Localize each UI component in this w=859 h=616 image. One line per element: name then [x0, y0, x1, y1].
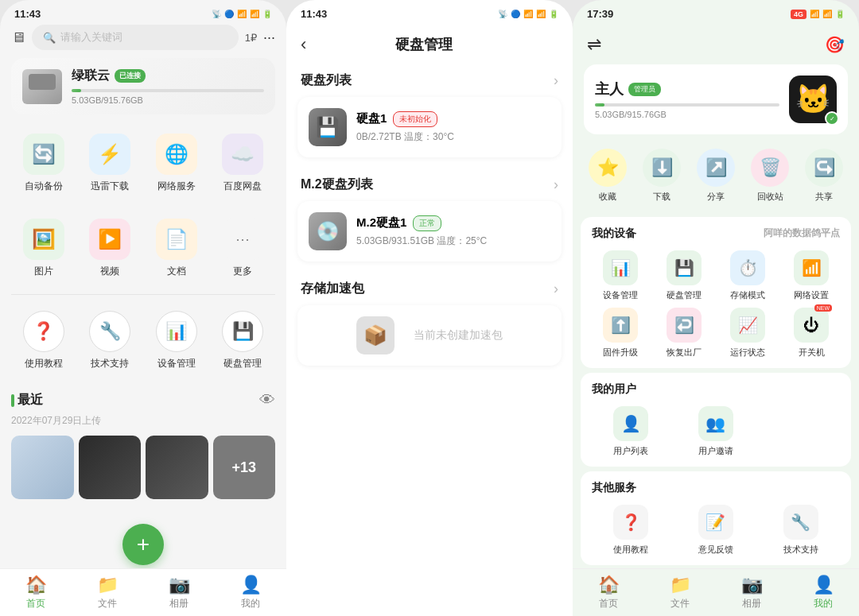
icon-baidu-pan[interactable]: ☁️ 百度网盘	[211, 126, 276, 201]
photo-thumb-3[interactable]	[146, 436, 208, 499]
user-invite-item[interactable]: 👥 用户邀请	[677, 406, 756, 457]
icon-auto-backup-circle: 🔄	[23, 134, 64, 175]
right-header: ⇌ 🎯	[573, 25, 859, 61]
tool-disk-mgmt[interactable]: 💾 硬盘管理	[211, 303, 276, 378]
storage-mode-label: 存储模式	[730, 289, 765, 301]
disk-2-detail: 5.03GB/931.51GB 温度：25°C	[356, 234, 550, 248]
right-nav-files[interactable]: 📁 文件	[644, 569, 716, 616]
tool-disk-icon: 💾	[222, 311, 263, 352]
right-panel: 17:39 4G 📶📶🔋 ⇌ 🎯 主人 管理员 5.03GB/915.76GB	[573, 0, 859, 616]
other-services-grid: ❓ 使用教程 📝 意见反馈 🔧 技术支持	[592, 505, 840, 556]
icon-baidu-label: 百度网盘	[223, 180, 262, 193]
power-item[interactable]: ⏻ 开关机	[783, 308, 840, 358]
recent-date: 2022年07月29日上传	[0, 413, 286, 432]
right-album-icon: 📷	[741, 575, 763, 595]
left-time: 11:43	[14, 8, 41, 20]
app-grid-2: 🖼️ 图片 ▶️ 视频 📄 文档 ⋯ 更多	[0, 206, 286, 291]
disk-2-info: M.2硬盘1 正常 5.03GB/931.51GB 温度：25°C	[356, 215, 550, 248]
tool-tutorial[interactable]: ❓ 使用教程	[11, 303, 76, 378]
tutorial-item[interactable]: ❓ 使用教程	[592, 505, 670, 556]
right-time: 17:39	[587, 8, 613, 20]
right-nav-album-label: 相册	[742, 597, 761, 610]
qa-download[interactable]: ⬇️ 下载	[643, 149, 681, 203]
disk-1-info: 硬盘1 未初始化 0B/2.72TB 温度：30°C	[356, 111, 550, 144]
my-users-grid: 👤 用户列表 👥 用户邀请	[592, 406, 840, 457]
tech-support-item[interactable]: 🔧 技术支持	[761, 505, 840, 556]
disk-2-name-row: M.2硬盘1 正常	[356, 215, 550, 231]
icon-docs-circle: 📄	[156, 219, 197, 260]
photo-more[interactable]: +13	[213, 436, 276, 499]
tutorial-label: 使用教程	[613, 544, 648, 556]
disk-1-icon: 💾	[309, 108, 347, 146]
icon-photos[interactable]: 🖼️ 图片	[11, 211, 76, 286]
my-users-section: 我的用户 👤 用户列表 👥 用户邀请	[581, 373, 851, 467]
my-device-section: 我的设备 阿咩的数据鸽平点 📊 设备管理 💾 硬盘管理 ⏱️ 存储模式 📶	[581, 217, 851, 368]
right-nav-home[interactable]: 🏠 首页	[573, 569, 644, 616]
left-search-bar: 🖥 🔍 请输入关键词 1₽ ···	[0, 25, 286, 50]
qa-common-share[interactable]: ↪️ 共享	[805, 149, 843, 203]
left-bottom-nav: 🏠 首页 📁 文件 📷 相册 👤 我的	[0, 568, 286, 616]
nav-files-label: 文件	[98, 597, 117, 610]
user-list-item[interactable]: 👤 用户列表	[592, 406, 670, 457]
right-nav-mine[interactable]: 👤 我的	[787, 569, 859, 616]
qa-recycle[interactable]: 🗑️ 回收站	[751, 149, 789, 203]
disk-1-name-row: 硬盘1 未初始化	[356, 111, 550, 127]
disk-card-2[interactable]: 💿 M.2硬盘1 正常 5.03GB/931.51GB 温度：25°C	[297, 201, 562, 262]
qa-share-label: 分享	[707, 191, 725, 203]
tool-support[interactable]: 🔧 技术支持	[78, 303, 143, 378]
disk-mgmt-item[interactable]: 💾 硬盘管理	[655, 250, 713, 301]
icon-auto-backup[interactable]: 🔄 自动备份	[11, 126, 76, 201]
factory-reset-item[interactable]: ↩️ 恢复出厂	[655, 308, 713, 358]
cloud-card[interactable]: 绿联云 已连接 5.03GB/915.76GB	[11, 58, 275, 114]
qa-favorites[interactable]: ⭐ 收藏	[589, 149, 627, 203]
network-settings-label: 网络设置	[794, 289, 829, 301]
search-box[interactable]: 🔍 请输入关键词	[32, 25, 239, 50]
avatar-online-badge: ✓	[825, 111, 839, 126]
nav-files[interactable]: 📁 文件	[72, 569, 143, 616]
power-label: 开关机	[799, 347, 825, 358]
qa-recycle-circle: 🗑️	[751, 149, 789, 187]
icon-videos[interactable]: ▶️ 视频	[78, 211, 143, 286]
nav-mine[interactable]: 👤 我的	[215, 569, 286, 616]
section-disk-list: 硬盘列表 ›	[286, 64, 573, 94]
recent-header: 最近 👁	[0, 383, 286, 413]
device-mgmt-label: 设备管理	[603, 289, 638, 301]
tech-support-icon: 🔧	[783, 505, 818, 540]
network-settings-item[interactable]: 📶 网络设置	[783, 250, 840, 301]
recent-eye-icon[interactable]: 👁	[259, 391, 275, 409]
right-nav-album[interactable]: 📷 相册	[716, 569, 787, 616]
icon-docs[interactable]: 📄 文档	[144, 211, 209, 286]
recent-photos: +13	[0, 432, 286, 502]
user-info: 主人 管理员 5.03GB/915.76GB	[595, 79, 779, 119]
user-name: 主人	[595, 79, 624, 99]
photo-thumb-1[interactable]	[11, 436, 74, 499]
back-button[interactable]: ‹	[301, 34, 306, 55]
header-target-icon[interactable]: 🎯	[825, 35, 845, 54]
tool-device-mgmt[interactable]: 📊 设备管理	[144, 303, 209, 378]
mid-time: 11:43	[301, 8, 327, 20]
run-status-item[interactable]: 📈 运行状态	[719, 308, 776, 358]
user-storage-fill	[595, 103, 604, 107]
device-mgmt-item[interactable]: 📊 设备管理	[592, 250, 649, 301]
header-sync-icon[interactable]: ⇌	[587, 34, 601, 55]
photo-thumb-2[interactable]	[79, 436, 142, 499]
section-accel-arrow: ›	[554, 281, 558, 297]
more-icon[interactable]: ···	[263, 29, 275, 46]
firmware-update-item[interactable]: ⬆️ 固件升级	[592, 308, 649, 358]
disk-card-1[interactable]: 💾 硬盘1 未初始化 0B/2.72TB 温度：30°C	[297, 97, 562, 157]
icon-auto-backup-label: 自动备份	[25, 180, 63, 193]
nav-album[interactable]: 📷 相册	[143, 569, 215, 616]
run-status-icon: 📈	[730, 308, 765, 343]
tool-tutorial-icon: ❓	[23, 311, 64, 352]
qa-share[interactable]: ↗️ 分享	[697, 149, 735, 203]
icon-thunder[interactable]: ⚡ 迅雷下载	[78, 126, 143, 201]
right-nav-files-label: 文件	[670, 597, 690, 610]
icon-more[interactable]: ⋯ 更多	[211, 211, 276, 286]
disk-1-status: 未初始化	[393, 111, 437, 127]
feedback-item[interactable]: 📝 意见反馈	[677, 505, 756, 556]
storage-mode-item[interactable]: ⏱️ 存储模式	[719, 250, 776, 301]
nav-album-label: 相册	[169, 597, 189, 610]
fab-add-button[interactable]: +	[122, 524, 164, 565]
nav-home[interactable]: 🏠 首页	[0, 569, 72, 616]
icon-network[interactable]: 🌐 网络服务	[144, 126, 209, 201]
